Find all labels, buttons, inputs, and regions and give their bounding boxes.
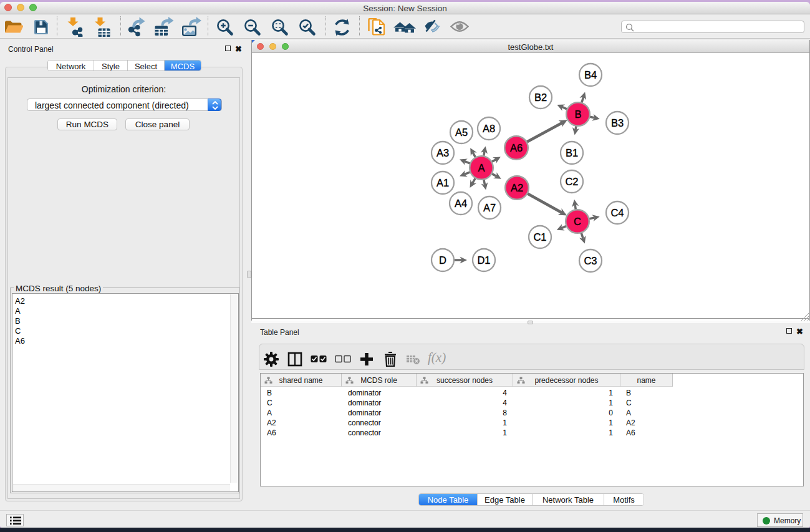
svg-text:C1: C1 <box>533 231 546 243</box>
svg-text:B2: B2 <box>534 92 547 103</box>
svg-text:C4: C4 <box>610 207 624 218</box>
svg-text:B3: B3 <box>611 117 624 128</box>
svg-text:A4: A4 <box>455 198 467 209</box>
svg-text:A5: A5 <box>455 127 468 138</box>
svg-text:D1: D1 <box>477 254 490 266</box>
svg-text:B1: B1 <box>566 147 578 158</box>
svg-text:A2: A2 <box>511 182 523 193</box>
svg-text:B: B <box>574 109 581 120</box>
svg-text:A6: A6 <box>510 142 523 153</box>
svg-text:D: D <box>439 254 446 266</box>
svg-text:A3: A3 <box>436 147 449 158</box>
svg-text:A7: A7 <box>483 202 496 213</box>
svg-text:C3: C3 <box>584 255 597 266</box>
svg-text:B4: B4 <box>584 69 597 80</box>
svg-text:A1: A1 <box>436 177 449 188</box>
svg-text:C2: C2 <box>565 176 578 187</box>
svg-text:A: A <box>478 162 485 173</box>
svg-text:C: C <box>574 216 581 227</box>
svg-text:A8: A8 <box>483 123 495 134</box>
